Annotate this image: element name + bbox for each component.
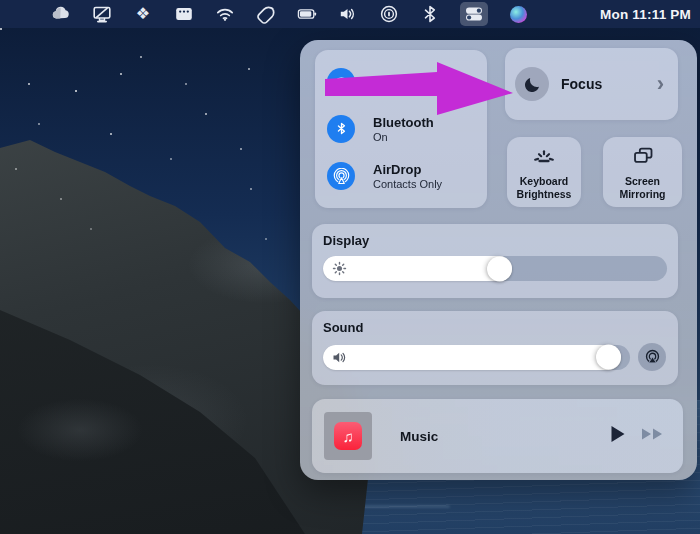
display-slider-knob[interactable] — [487, 256, 512, 281]
siri-icon[interactable] — [507, 3, 529, 25]
sound-volume-slider[interactable] — [323, 345, 630, 370]
screen-mirroring-card[interactable]: Screen Mirroring — [603, 137, 682, 207]
screen-mirroring-icon — [631, 147, 655, 168]
control-center-icon[interactable] — [460, 2, 488, 26]
bluetooth-status: On — [373, 131, 434, 143]
airdrop-label: AirDrop — [373, 162, 442, 177]
keyboard-viewer-icon[interactable] — [173, 3, 195, 25]
brightness-sun-icon — [332, 261, 347, 276]
connectivity-card: Wi-Fi Bluetooth On AirDrop Contacts Only — [315, 50, 487, 208]
keyboard-brightness-label: Keyboard Brightness — [509, 175, 579, 200]
wifi-label: Wi-Fi — [373, 74, 405, 89]
wifi-icon[interactable] — [214, 3, 236, 25]
airplay-button[interactable] — [638, 343, 666, 371]
music-app-icon: ♫ — [334, 422, 362, 450]
display-mirroring-icon[interactable] — [91, 3, 113, 25]
screen-mirroring-label: Screen Mirroring — [608, 175, 678, 200]
bluetooth-icon[interactable] — [419, 3, 441, 25]
album-art-placeholder: ♫ — [324, 412, 372, 460]
music-label: Music — [400, 429, 608, 444]
sound-card: Sound — [312, 311, 678, 385]
sound-slider-knob[interactable] — [596, 345, 621, 370]
tidal-icon[interactable]: ❖ — [132, 3, 154, 25]
music-transport-controls — [608, 424, 671, 448]
focus-label: Focus — [561, 76, 657, 92]
sound-slider-fill — [323, 345, 621, 370]
menu-bar-status-icons: ❖ — [50, 2, 529, 26]
display-brightness-slider[interactable] — [323, 256, 667, 281]
bluetooth-toggle-icon — [327, 115, 355, 143]
speaker-icon — [332, 351, 348, 364]
display-card: Display — [312, 224, 678, 298]
display-title: Display — [323, 233, 667, 248]
1password-icon[interactable] — [378, 3, 400, 25]
fast-forward-button[interactable] — [641, 427, 665, 445]
battery-icon[interactable] — [296, 3, 318, 25]
chevron-right-icon[interactable]: › — [657, 73, 668, 95]
volume-icon[interactable] — [337, 3, 359, 25]
bluetooth-toggle[interactable]: Bluetooth On — [327, 115, 487, 143]
play-button[interactable] — [608, 424, 627, 448]
menu-bar-clock[interactable]: Mon 11:11 PM — [600, 7, 700, 22]
sound-title: Sound — [323, 320, 667, 335]
wifi-toggle-icon — [327, 68, 355, 96]
music-card: ♫ Music — [312, 399, 683, 473]
menu-bar: ❖ Mon 11:11 PM — [0, 0, 700, 28]
control-center-panel: Wi-Fi Bluetooth On AirDrop Contacts Only — [300, 40, 697, 480]
stars — [0, 28, 2, 30]
keyboard-brightness-card[interactable]: Keyboard Brightness — [507, 137, 581, 207]
bluetooth-label: Bluetooth — [373, 115, 434, 130]
wifi-toggle[interactable]: Wi-Fi — [327, 68, 487, 96]
display-slider-fill — [323, 256, 512, 281]
moon-icon — [515, 67, 549, 101]
airdrop-status: Contacts Only — [373, 178, 442, 190]
cloud-icon[interactable] — [50, 3, 72, 25]
focus-card[interactable]: Focus › — [505, 48, 678, 120]
keyboard-brightness-icon — [531, 147, 557, 168]
pick-app-icon[interactable] — [255, 3, 277, 25]
airdrop-toggle[interactable]: AirDrop Contacts Only — [327, 162, 487, 190]
airdrop-toggle-icon — [327, 162, 355, 190]
